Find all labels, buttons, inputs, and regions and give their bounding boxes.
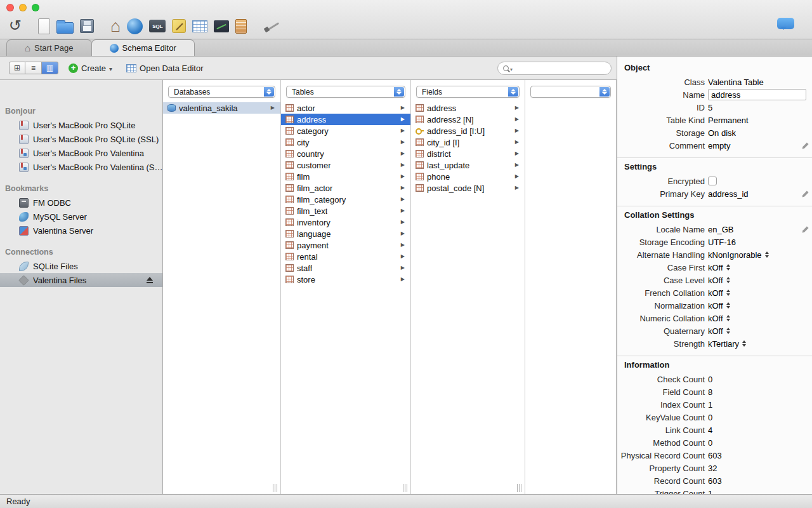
tab-label: Schema Editor <box>122 43 176 53</box>
property-row-storage-encoding: Storage EncodingUTF-16 <box>617 236 812 248</box>
value-stepper-icon[interactable] <box>726 276 731 284</box>
home-icon[interactable]: ⌂ <box>110 18 121 35</box>
edit-icon[interactable] <box>801 142 809 150</box>
sql-editor-icon[interactable]: SQL <box>149 20 166 32</box>
list-item-payment[interactable]: payment▶ <box>281 239 410 251</box>
sidebar-item-user-s-macbook-pro-sqlite[interactable]: User's MacBook Pro SQLite <box>0 118 162 132</box>
valentina-database-icon[interactable] <box>127 18 143 34</box>
tab-schema-editor[interactable]: Schema Editor <box>91 39 195 56</box>
list-item-address-id-i-u[interactable]: address_id [I:U]▶ <box>411 125 525 137</box>
minimize-window-button[interactable] <box>19 4 27 11</box>
feedback-icon[interactable] <box>777 18 794 29</box>
tables-dropdown[interactable]: Tables <box>286 86 405 98</box>
list-item-label: inventory <box>297 218 331 227</box>
value-stepper-icon[interactable] <box>726 327 731 335</box>
sidebar-section-bookmarks: BookmarksFM ODBCMySQL ServerValentina Se… <box>0 183 162 237</box>
zoom-window-button[interactable] <box>32 4 39 11</box>
tree-view-button[interactable]: ⊞ <box>9 62 25 74</box>
property-value-text: kOff <box>708 276 723 285</box>
list-item-language[interactable]: language▶ <box>281 228 410 239</box>
property-value-text: 5 <box>708 103 712 112</box>
open-data-editor-button[interactable]: Open Data Editor <box>126 64 203 73</box>
value-stepper-icon[interactable] <box>726 264 731 271</box>
property-value-text: 4 <box>708 425 712 435</box>
disclosure-arrow-icon: ▶ <box>401 128 405 133</box>
edit-icon[interactable] <box>801 225 809 234</box>
list-item-address2-n[interactable]: address2 [N]▶ <box>411 114 525 125</box>
list-item-customer[interactable]: customer▶ <box>281 159 410 171</box>
sidebar-item-mysql-server[interactable]: MySQL Server <box>0 210 162 224</box>
list-item-address[interactable]: address▶ <box>281 114 410 125</box>
sidebar-item-user-s-macbook-pro-valentina-s[interactable]: User's MacBook Pro Valentina (S… <box>0 160 162 174</box>
dropdown-label: Databases <box>174 88 210 97</box>
close-window-button[interactable] <box>6 4 14 11</box>
schema-editor-icon[interactable] <box>172 19 186 33</box>
disclosure-arrow-icon: ▶ <box>515 150 519 156</box>
value-stepper-icon[interactable] <box>742 340 747 347</box>
list-item-category[interactable]: category▶ <box>281 125 410 137</box>
edit-icon[interactable] <box>801 190 809 198</box>
list-item-address[interactable]: address▶ <box>411 102 525 114</box>
list-item-last-update[interactable]: last_update▶ <box>411 159 525 171</box>
list-item-city[interactable]: city▶ <box>281 137 410 148</box>
list-item-city-id-i[interactable]: city_id [I]▶ <box>411 137 525 148</box>
list-view-button[interactable]: ≡ <box>25 62 42 74</box>
item-dropdown[interactable] <box>530 86 611 98</box>
property-value: 5 <box>708 103 712 112</box>
sidebar-item-valentina-server[interactable]: Valentina Server <box>0 224 162 237</box>
list-item-district[interactable]: district▶ <box>411 148 525 159</box>
new-document-icon[interactable] <box>38 18 50 34</box>
search-field[interactable] <box>497 62 612 75</box>
list-item-inventory[interactable]: inventory▶ <box>281 217 410 228</box>
value-stepper-icon[interactable] <box>726 314 731 322</box>
diagram-icon[interactable] <box>214 20 229 32</box>
report-editor-icon[interactable] <box>235 19 247 34</box>
list-item-rental[interactable]: rental▶ <box>281 251 410 262</box>
databases-dropdown[interactable]: Databases <box>168 86 275 98</box>
list-item-store[interactable]: store▶ <box>281 274 410 285</box>
undo-icon[interactable]: ↺ <box>9 17 22 34</box>
list-item-staff[interactable]: staff▶ <box>281 262 410 274</box>
connection-icon[interactable] <box>263 18 282 34</box>
eject-icon[interactable] <box>146 277 154 284</box>
list-item-postal-code-n[interactable]: postal_code [N]▶ <box>411 182 525 194</box>
column-resize-grip[interactable] <box>403 484 409 492</box>
create-button[interactable]: Create <box>69 64 112 73</box>
property-value-text: kNonIgnorable <box>708 250 762 260</box>
value-stepper-icon[interactable] <box>726 289 731 297</box>
column-header <box>525 80 616 102</box>
value-stepper-icon[interactable] <box>726 302 731 309</box>
column-resize-grip[interactable] <box>517 484 523 492</box>
search-input[interactable] <box>514 64 606 72</box>
disclosure-arrow-icon: ▶ <box>401 265 405 271</box>
name-input[interactable] <box>708 89 806 100</box>
app-window: ↺⌂SQL Start Page Schema Editor ⊞≡▥ Creat… <box>0 0 812 508</box>
list-item-phone[interactable]: phone▶ <box>411 171 525 182</box>
open-folder-icon[interactable] <box>56 22 74 34</box>
sidebar-item-fm-odbc[interactable]: FM ODBC <box>0 196 162 210</box>
property-label: Numeric Collation <box>617 314 705 323</box>
list-item-film-category[interactable]: film_category▶ <box>281 194 410 205</box>
save-icon[interactable] <box>80 19 94 33</box>
sidebar-item-valentina-files[interactable]: Valentina Files <box>0 273 162 287</box>
columns-view-button[interactable]: ▥ <box>42 62 58 74</box>
table-icon <box>285 241 294 249</box>
popup-stepper-icon <box>394 87 404 97</box>
table-editor-icon[interactable] <box>192 20 207 32</box>
field-icon <box>416 104 424 112</box>
encrypted-checkbox[interactable] <box>708 177 717 185</box>
sidebar-item-sqlite-files[interactable]: SQLite Files <box>0 259 162 273</box>
fields-dropdown[interactable]: Fields <box>416 86 520 98</box>
value-stepper-icon[interactable] <box>764 251 770 258</box>
list-item-country[interactable]: country▶ <box>281 148 410 159</box>
list-item-film[interactable]: film▶ <box>281 171 410 182</box>
list-item-valentina-sakila[interactable]: valentina_sakila▶ <box>163 102 280 114</box>
list-item-film-actor[interactable]: film_actor▶ <box>281 182 410 194</box>
list-item-actor[interactable]: actor▶ <box>281 102 410 114</box>
sidebar-item-user-s-macbook-pro-sqlite-ssl[interactable]: User's MacBook Pro SQLite (SSL) <box>0 132 162 146</box>
property-label: Normalization <box>617 301 705 311</box>
tab-start-page[interactable]: Start Page <box>6 39 92 56</box>
list-item-film-text[interactable]: film_text▶ <box>281 205 410 217</box>
column-resize-grip[interactable] <box>273 484 278 492</box>
sidebar-item-user-s-macbook-pro-valentina[interactable]: User's MacBook Pro Valentina <box>0 146 162 160</box>
